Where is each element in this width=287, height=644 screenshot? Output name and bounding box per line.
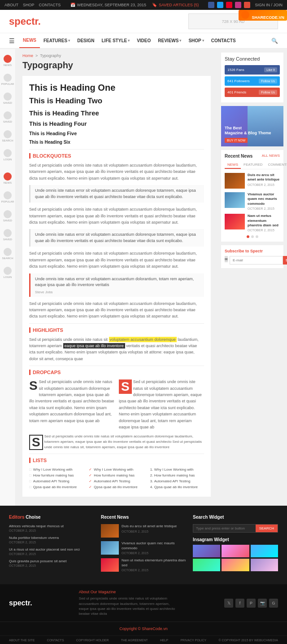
footer-editors-title: Editors Choise xyxy=(9,515,94,520)
sidebar-item-popular-2[interactable]: POPULAR xyxy=(1,188,14,207)
footer-logo[interactable]: spectr. xyxy=(9,599,32,607)
contacts-link[interactable]: CONTACTS xyxy=(39,3,61,7)
tab-comments[interactable]: COMMENTS xyxy=(265,161,287,169)
all-news-link[interactable]: ALL NEWS xyxy=(262,154,280,159)
footer-link-about[interactable]: ABOUT THE SITE xyxy=(9,639,35,642)
footer-facebook-icon[interactable]: f xyxy=(235,599,244,608)
footer-news-article-1[interactable]: Duis eu arcu sit amet ante tristique xyxy=(122,524,177,529)
pinterest-top-icon[interactable] xyxy=(226,2,232,8)
facebook-like-btn[interactable]: Like It xyxy=(264,67,277,72)
nav-item-shop[interactable]: SHOP ▾ xyxy=(185,34,207,48)
instagram-thumb-1[interactable] xyxy=(193,545,220,557)
footer-editor-article-2[interactable]: Nulla porttitor bibendum viverra xyxy=(9,536,94,540)
twitter-follow-action[interactable]: Follow Us xyxy=(259,79,277,84)
footer-news-article-3[interactable]: Nam ut metus elementum pharetra diam sed xyxy=(122,558,186,568)
footer-about: About Our Magazine Sed ut perspiciatis u… xyxy=(79,590,178,616)
footer-link-agreement[interactable]: THE AGREEMENT xyxy=(121,639,148,642)
instagram-thumb-5[interactable] xyxy=(222,559,249,571)
recent-news-title-2[interactable]: Vivamus auctor quam nec mauris commodo xyxy=(248,192,280,206)
saved-icon-2 xyxy=(4,111,12,119)
blockquote-3: Unde omnis iste natus error sit voluptat… xyxy=(29,273,204,297)
footer-link-help[interactable]: HELP xyxy=(160,639,168,642)
footer-googleplus-icon[interactable]: G xyxy=(269,599,278,608)
shop-link[interactable]: SHOP xyxy=(23,3,35,7)
subscribe-email-input[interactable] xyxy=(230,256,283,265)
sidebar-ad-banner[interactable]: The Best Magazine & Blog Theme BUY IT NO… xyxy=(221,106,283,146)
footer-recent-news: Recent News Duis eu arcu sit amet ante t… xyxy=(101,515,186,575)
instagram-thumb-6[interactable] xyxy=(251,559,278,571)
footer-editor-item-3: Ut a risus ut nisl auctor placerat sed n… xyxy=(9,547,94,556)
nav-item-lifestyle[interactable]: LIFE STYLE ▾ xyxy=(98,34,134,48)
footer-search-button[interactable]: SEARCH xyxy=(256,525,278,532)
instagram-thumb-4[interactable] xyxy=(193,559,220,571)
blockquote-author: Steve Jobs xyxy=(35,290,200,294)
sidebar-item-saved-4[interactable]: SAVED xyxy=(3,225,12,244)
dot-2[interactable] xyxy=(251,235,254,238)
googleplus-friends-count: 401 Friends xyxy=(227,90,246,94)
tab-featured[interactable]: FEATURED xyxy=(241,161,265,169)
facebook-follow-btn[interactable]: 1526 Fans Like It xyxy=(225,65,280,75)
sidebar-item-news-2[interactable]: NEWS xyxy=(4,169,12,188)
nav-item-news[interactable]: NEWS xyxy=(19,33,40,48)
tab-news[interactable]: NEWS xyxy=(225,161,241,169)
instagram-thumb-2[interactable] xyxy=(222,545,249,557)
ordered-list-1: Why I Love Working with How furniture ma… xyxy=(149,467,204,490)
nav-search-icon[interactable]: 🔍 xyxy=(271,38,278,44)
sidebar-item-news-1[interactable]: NEWS xyxy=(4,51,12,70)
stay-connected-widget: Stay Connected 1526 Fans Like It 641 Fol… xyxy=(221,53,283,102)
sidebar-item-saved-1[interactable]: SAVED xyxy=(3,89,12,108)
site-logo[interactable]: spectr. xyxy=(9,16,41,27)
sidebar-item-popular-1[interactable]: POPULAR xyxy=(1,70,14,89)
instagram-top-icon[interactable] xyxy=(235,2,241,8)
facebook-top-icon[interactable] xyxy=(208,2,214,8)
top-bar: ABOUT SHOP CONTACTS 📅 WEDNESDAY, SEPTEMB… xyxy=(0,0,287,10)
nav-item-contacts[interactable]: CONTACTS xyxy=(208,34,239,48)
googleplus-follow-action[interactable]: Follow Us xyxy=(259,90,277,95)
signin-link[interactable]: SIGN IN / JOIN xyxy=(255,3,283,7)
footer-twitter-icon[interactable]: 𝕏 xyxy=(224,599,233,608)
right-sidebar: Stay Connected 1526 Fans Like It 641 Fol… xyxy=(217,49,287,506)
googleplus-follow-btn[interactable]: 401 Friends Follow Us xyxy=(225,88,280,97)
breadcrumb-home[interactable]: Home xyxy=(22,53,33,58)
twitter-follow-btn[interactable]: 641 Followers Follow Us xyxy=(225,76,280,86)
footer-news-article-2[interactable]: Vivamus auctor quam nec mauris commodo xyxy=(122,541,186,551)
ad-title: The Best Magazine & Blog Theme xyxy=(225,126,271,136)
sidebar-item-saved-3[interactable]: SAVED xyxy=(3,207,12,225)
footer-instagram-icon[interactable]: 📷 xyxy=(258,599,267,608)
recent-news-title-1[interactable]: Duis eu arcu sit amet ante tristique xyxy=(248,173,280,182)
nav-item-features[interactable]: FEATURES ▾ xyxy=(40,34,74,48)
recent-news-title-3[interactable]: Nam ut metus elementum pharetra diam sed xyxy=(248,214,280,228)
highlight-black: eaque ipsa quae ab illo inventore xyxy=(63,343,125,348)
nav-item-video[interactable]: VIDEO xyxy=(133,34,154,48)
hamburger-icon[interactable]: ☰ xyxy=(9,37,15,44)
sidebar-item-login-2[interactable]: LOGIN xyxy=(4,263,12,282)
sidebar-item-login-1[interactable]: LOGIN xyxy=(4,146,12,164)
dot-3[interactable] xyxy=(256,235,258,238)
sidebar-item-search-2[interactable]: SEARCH xyxy=(2,244,13,263)
about-link[interactable]: ABOUT xyxy=(4,3,18,7)
sidebar-item-saved-2[interactable]: SAVED xyxy=(3,108,12,127)
nav-item-design[interactable]: DESIGN xyxy=(74,34,98,48)
dot-1[interactable] xyxy=(247,235,249,238)
footer-pinterest-icon[interactable]: P xyxy=(247,599,256,608)
instagram-thumb-3[interactable] xyxy=(251,545,278,557)
footer-editor-article-1[interactable]: Altrices vehicula neque rhoncus ut xyxy=(9,524,94,528)
saved-icon-1 xyxy=(4,93,12,101)
footer-link-privacy[interactable]: PRIVACY POLICY xyxy=(180,639,206,642)
footer-editor-article-4[interactable]: Quis gravida purus posuere sit amet xyxy=(9,559,94,563)
sidebar-item-search-1[interactable]: SEARCH xyxy=(2,127,13,146)
lists-section-title: Lists xyxy=(29,458,204,463)
footer-search-input[interactable] xyxy=(193,525,256,532)
footer-editor-article-3[interactable]: Ut a risus ut nisl auctor placerat sed n… xyxy=(9,547,94,551)
recent-news-thumb-2 xyxy=(225,192,245,208)
subscribe-button[interactable]: SUBSCRIBE xyxy=(283,256,287,265)
nav-item-reviews[interactable]: REVIEWS ▾ xyxy=(154,34,185,48)
sharecode-badge: SHARECODE.VN xyxy=(239,10,287,21)
list-item: Automated API Testing xyxy=(89,478,144,484)
ad-buy-button[interactable]: BUY IT NOW xyxy=(225,138,248,143)
footer-link-copyright-holder[interactable]: COPYRIGHT HOLDER xyxy=(76,639,109,642)
googleplus-top-icon[interactable] xyxy=(244,2,250,8)
unordered-list-1: Why I Love Working with How furniture ma… xyxy=(29,467,84,490)
footer-link-contacts[interactable]: CONTACTS xyxy=(47,639,64,642)
twitter-top-icon[interactable] xyxy=(217,2,223,8)
